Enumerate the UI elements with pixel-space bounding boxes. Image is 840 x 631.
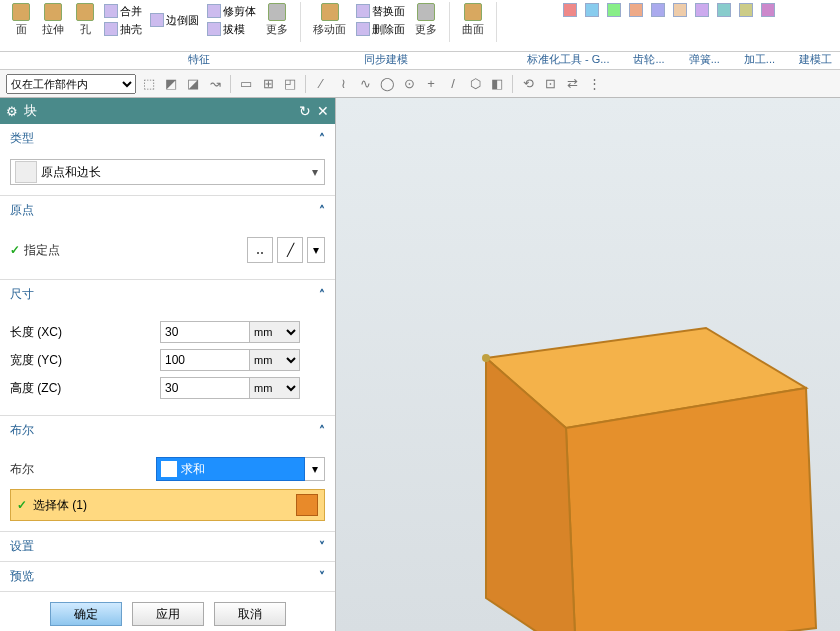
misc-icon-4[interactable] — [627, 2, 645, 18]
apply-button[interactable]: 应用 — [132, 602, 204, 626]
width-yc-input[interactable] — [160, 349, 250, 371]
unite-icon — [161, 461, 177, 477]
more-sync-button[interactable]: 更多 — [411, 2, 441, 38]
origin-header[interactable]: 原点˄ — [0, 196, 335, 225]
face-button[interactable]: 面 — [8, 2, 34, 38]
dimension-section: 尺寸˄ 长度 (XC) mm 宽度 (YC) mm 高度 (ZC) — [0, 280, 335, 416]
tb-icon-20[interactable]: ⋮ — [585, 75, 603, 93]
misc-icon-6[interactable] — [671, 2, 689, 18]
settings-header[interactable]: 设置˅ — [0, 532, 335, 561]
misc-icon-10[interactable] — [759, 2, 777, 18]
delete-face-button[interactable]: 删除面 — [354, 21, 407, 38]
height-zc-unit[interactable]: mm — [250, 377, 300, 399]
tb-icon-14[interactable]: / — [444, 75, 462, 93]
tb-icon-3[interactable]: ◪ — [184, 75, 202, 93]
preview-header[interactable]: 预览˅ — [0, 562, 335, 591]
misc-icon-7[interactable] — [693, 2, 711, 18]
dialog-buttons: 确定 应用 取消 — [0, 592, 335, 631]
tb-icon-1[interactable]: ⬚ — [140, 75, 158, 93]
scope-select[interactable]: 仅在工作部件内 — [6, 74, 136, 94]
ribbon-tab-modeling[interactable]: 建模工 — [791, 50, 840, 69]
tb-icon-13[interactable]: + — [422, 75, 440, 93]
tb-icon-15[interactable]: ⬡ — [466, 75, 484, 93]
height-zc-input[interactable] — [160, 377, 250, 399]
misc-icon-2[interactable] — [583, 2, 601, 18]
chevron-up-icon: ˄ — [319, 288, 325, 302]
edge-blend-button[interactable]: 边倒圆 — [148, 12, 201, 29]
preview-section: 预览˅ — [0, 562, 335, 592]
type-header[interactable]: 类型˄ — [0, 124, 335, 153]
boolean-header[interactable]: 布尔˄ — [0, 416, 335, 445]
specify-point-label: 指定点 — [24, 242, 60, 259]
tb-icon-8[interactable]: ∕ — [312, 75, 330, 93]
ribbon-tab-machining[interactable]: 加工... — [736, 50, 783, 69]
misc-icon-1[interactable] — [561, 2, 579, 18]
tb-icon-12[interactable]: ⊙ — [400, 75, 418, 93]
boolean-dropdown[interactable]: ▾ — [305, 457, 325, 481]
width-yc-label: 宽度 (YC) — [10, 352, 160, 369]
select-body-row[interactable]: ✓ 选择体 (1) — [10, 489, 325, 521]
misc-icon-3[interactable] — [605, 2, 623, 18]
tb-icon-9[interactable]: ≀ — [334, 75, 352, 93]
trim-body-button[interactable]: 修剪体 — [205, 3, 258, 20]
misc-icon-8[interactable] — [715, 2, 733, 18]
check-icon: ✓ — [17, 498, 27, 512]
ok-button[interactable]: 确定 — [50, 602, 122, 626]
tb-icon-10[interactable]: ∿ — [356, 75, 374, 93]
tb-icon-7[interactable]: ◰ — [281, 75, 299, 93]
origin-edge-icon — [15, 161, 37, 183]
draft-button[interactable]: 拔模 — [205, 21, 258, 38]
boolean-select[interactable]: 求和 — [156, 457, 305, 481]
chevron-up-icon: ˄ — [319, 204, 325, 218]
tb-icon-19[interactable]: ⇄ — [563, 75, 581, 93]
close-icon[interactable]: ✕ — [317, 103, 329, 119]
misc-icon-5[interactable] — [649, 2, 667, 18]
chevron-down-icon[interactable]: ▾ — [306, 165, 324, 179]
ribbon-group-label-sync: 同步建模 — [356, 50, 416, 69]
check-icon: ✓ — [10, 243, 20, 257]
tb-icon-6[interactable]: ⊞ — [259, 75, 277, 93]
chevron-up-icon: ˄ — [319, 424, 325, 438]
tb-icon-11[interactable]: ◯ — [378, 75, 396, 93]
tb-icon-18[interactable]: ⊡ — [541, 75, 559, 93]
origin-section: 原点˄ ✓指定点 ‥ ╱ ▾ — [0, 196, 335, 280]
cancel-button[interactable]: 取消 — [214, 602, 286, 626]
tb-icon-2[interactable]: ◩ — [162, 75, 180, 93]
block-dialog: ⚙ 块 ↻ ✕ 类型˄ 原点和边长 ▾ 原点˄ — [0, 98, 336, 631]
more-feature-button[interactable]: 更多 — [262, 2, 292, 38]
point-dropdown[interactable]: ▾ — [307, 237, 325, 263]
gear-icon[interactable]: ⚙ — [6, 104, 18, 119]
dimension-header[interactable]: 尺寸˄ — [0, 280, 335, 309]
replace-face-button[interactable]: 替换面 — [354, 3, 407, 20]
selection-toolbar: 仅在工作部件内 ⬚ ◩ ◪ ↝ ▭ ⊞ ◰ ∕ ≀ ∿ ◯ ⊙ + / ⬡ ◧ … — [0, 70, 840, 98]
shell-button[interactable]: 抽壳 — [102, 21, 144, 38]
boolean-label: 布尔 — [10, 461, 150, 478]
ribbon-group-misc — [501, 2, 836, 52]
move-face-button[interactable]: 移动面 — [309, 2, 350, 38]
type-select[interactable]: 原点和边长 ▾ — [10, 159, 325, 185]
point-constructor-button[interactable]: ╱ — [277, 237, 303, 263]
length-xc-input[interactable] — [160, 321, 250, 343]
ribbon-tab-gear[interactable]: 齿轮... — [625, 50, 672, 69]
point-dialog-button[interactable]: ‥ — [247, 237, 273, 263]
tb-icon-16[interactable]: ◧ — [488, 75, 506, 93]
length-xc-unit[interactable]: mm — [250, 321, 300, 343]
reset-icon[interactable]: ↻ — [299, 103, 311, 119]
ribbon-tab-std[interactable]: 标准化工具 - G... — [519, 50, 618, 69]
ribbon-tab-spring[interactable]: 弹簧... — [681, 50, 728, 69]
misc-icon-9[interactable] — [737, 2, 755, 18]
ribbon-group-sync: 移动面 替换面 删除面 更多 — [305, 2, 445, 52]
ribbon-group-feature: 面 拉伸 孔 合并 抽壳 边倒圆 修剪体 拔模 更多 — [4, 2, 296, 52]
hole-button[interactable]: 孔 — [72, 2, 98, 38]
tb-icon-17[interactable]: ⟲ — [519, 75, 537, 93]
graphics-viewport[interactable] — [336, 98, 840, 631]
surface-button[interactable]: 曲面 — [458, 2, 488, 38]
width-yc-unit[interactable]: mm — [250, 349, 300, 371]
unite-button[interactable]: 合并 — [102, 3, 144, 20]
extrude-button[interactable]: 拉伸 — [38, 2, 68, 38]
length-xc-label: 长度 (XC) — [10, 324, 160, 341]
tb-icon-4[interactable]: ↝ — [206, 75, 224, 93]
settings-section: 设置˅ — [0, 532, 335, 562]
chevron-up-icon: ˄ — [319, 132, 325, 146]
tb-icon-5[interactable]: ▭ — [237, 75, 255, 93]
